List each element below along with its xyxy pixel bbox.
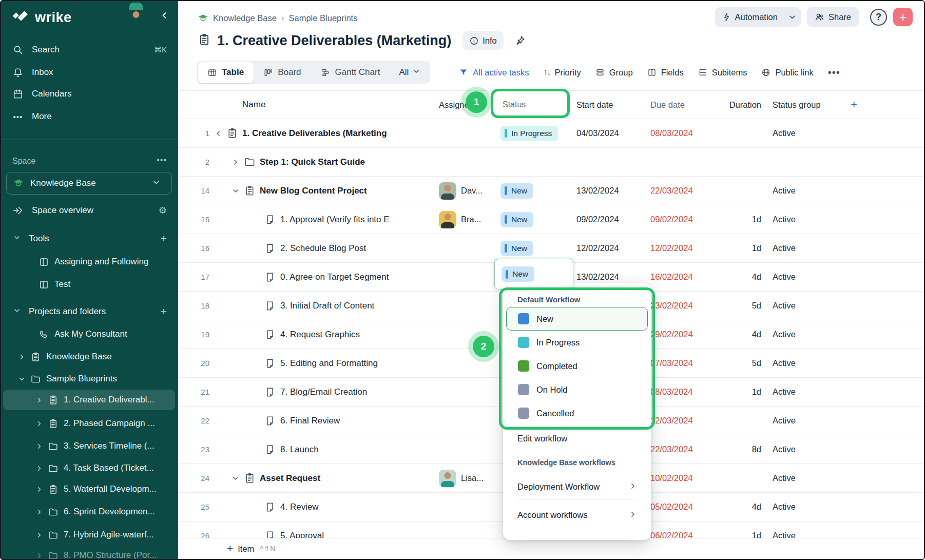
due-date[interactable]: 23/02/2024 xyxy=(650,301,721,311)
add-button[interactable]: + xyxy=(893,8,913,26)
status-option-cancelled[interactable]: Cancelled xyxy=(506,401,648,425)
sidebar-item-assigning-and-following[interactable]: Assigning and Following xyxy=(3,252,175,272)
chevron-right-icon[interactable] xyxy=(35,465,43,472)
view-scope-dropdown[interactable]: All xyxy=(390,67,429,78)
sidebar-item-sprint-development[interactable]: 6. Sprint Developmen... xyxy=(3,501,175,522)
task-name[interactable]: 7. Blog/Email Creation xyxy=(280,387,367,397)
status-cell[interactable]: New xyxy=(500,183,576,199)
chevron-right-icon[interactable] xyxy=(35,443,43,450)
public-link-button[interactable]: Public link xyxy=(761,68,813,78)
sidebar-item-task-based[interactable]: 4. Task Based (Ticket... xyxy=(3,458,175,478)
column-header-status-group[interactable]: Status group xyxy=(761,100,925,110)
sidebar-item-search[interactable]: Search ⌘K xyxy=(0,41,178,59)
task-name[interactable]: 1. Approval (Verify fits into E xyxy=(280,215,390,225)
breadcrumb-knowledge-base[interactable]: Knowledge Base xyxy=(213,13,277,23)
fields-button[interactable]: Fields xyxy=(647,68,684,78)
chevron-down-icon[interactable] xyxy=(230,187,241,195)
add-tool-icon[interactable]: + xyxy=(161,233,167,245)
column-header-status[interactable]: Status xyxy=(500,100,576,109)
tab-gantt-chart[interactable]: Gantt Chart xyxy=(311,62,390,83)
chevron-down-icon[interactable] xyxy=(784,13,801,21)
column-header-name[interactable]: Name xyxy=(209,100,436,110)
status-option-in-progress[interactable]: In Progress xyxy=(506,331,648,354)
status-cell[interactable]: New xyxy=(500,241,576,256)
status-cell[interactable]: New xyxy=(500,212,576,227)
wrike-logo-icon[interactable] xyxy=(11,10,31,25)
start-date[interactable]: 13/02/2024 xyxy=(576,272,650,282)
due-date[interactable]: 09/02/2024 xyxy=(650,215,721,224)
sort-priority-button[interactable]: ↑↓ Priority xyxy=(543,67,581,78)
column-header-start-date[interactable]: Start date xyxy=(576,100,650,110)
task-name[interactable]: 6. Final Review xyxy=(280,416,340,426)
due-date[interactable]: 16/02/2024 xyxy=(650,272,721,282)
table-row[interactable]: 1 1. Creative Deliverables (Marketing In… xyxy=(178,119,925,148)
help-button[interactable]: ? xyxy=(870,9,887,26)
due-date[interactable]: 22/03/2024 xyxy=(650,186,721,196)
column-header-due-date[interactable]: Due date xyxy=(650,100,721,110)
breadcrumb-sample-blueprints[interactable]: Sample Blueprints xyxy=(289,13,358,23)
chevron-right-icon[interactable] xyxy=(35,420,43,427)
sidebar-item-waterfall-development[interactable]: 5. Waterfall Developm... xyxy=(3,479,175,499)
assignee-cell[interactable]: Dav... xyxy=(436,182,500,200)
task-name[interactable]: Asset Request xyxy=(260,473,320,484)
sidebar-item-ask-my-consultant[interactable]: Ask My Consultant xyxy=(3,324,175,344)
due-date[interactable]: 10/02/2024 xyxy=(650,473,721,483)
table-row[interactable]: 14 New Blog Content Project Dav... New 1… xyxy=(178,177,925,205)
table-row[interactable]: 2 Step 1: Quick Start Guide xyxy=(178,148,925,177)
share-button[interactable]: Share xyxy=(807,7,859,27)
due-date[interactable]: 08/03/2024 xyxy=(650,128,721,138)
space-selector[interactable]: Knowledge Base xyxy=(6,172,172,195)
gear-icon[interactable]: ⚙ xyxy=(159,205,167,216)
due-date[interactable]: 22/03/2024 xyxy=(650,445,721,454)
add-project-icon[interactable]: + xyxy=(161,305,167,318)
pin-icon[interactable] xyxy=(511,31,529,50)
sidebar-item-sample-blueprints[interactable]: Sample Blueprints xyxy=(3,369,175,389)
chevron-right-icon[interactable] xyxy=(35,397,43,403)
status-option-on-hold[interactable]: On Hold xyxy=(506,378,648,401)
chevron-right-icon[interactable] xyxy=(35,509,43,515)
task-name[interactable]: 5. Editing and Formatting xyxy=(280,358,378,369)
table-row[interactable]: 15 1. Approval (Verify fits into E Bra..… xyxy=(178,205,925,234)
column-header-duration[interactable]: Duration xyxy=(721,100,761,110)
add-item-button[interactable]: + Item ^⇧N xyxy=(227,543,276,555)
group-button[interactable]: Group xyxy=(595,68,633,78)
add-column-icon[interactable]: + xyxy=(851,98,857,111)
status-cell[interactable]: In Progress xyxy=(500,126,576,141)
chevron-down-icon[interactable] xyxy=(230,475,241,482)
chevron-right-icon[interactable] xyxy=(35,532,43,538)
tab-board[interactable]: Board xyxy=(254,62,311,83)
subitems-button[interactable]: Subitems xyxy=(698,68,747,78)
info-button[interactable]: Info xyxy=(463,31,504,50)
sidebar-item-hybrid-agile-waterfall[interactable]: 7. Hybrid Agile-waterf... xyxy=(3,525,175,545)
task-name[interactable]: 8. Launch xyxy=(280,445,319,455)
task-name[interactable]: 5. Approval xyxy=(280,531,324,538)
sidebar-item-space-overview[interactable]: Space overview ⚙ xyxy=(0,201,178,220)
chevron-right-icon[interactable] xyxy=(35,486,43,493)
task-name[interactable]: 4. Request Graphics xyxy=(280,330,360,340)
sidebar-item-calendars[interactable]: Calendars xyxy=(0,85,178,103)
status-option-new[interactable]: New xyxy=(506,307,648,331)
due-date[interactable]: 12/02/2024 xyxy=(650,243,721,253)
sidebar-item-creative-deliverables[interactable]: 1. Creative Deliverabl... xyxy=(3,390,175,410)
sidebar-item-phased-campaign[interactable]: 2. Phased Campaign ... xyxy=(3,413,175,434)
sidebar-item-knowledge-base[interactable]: Knowledge Base xyxy=(3,346,175,367)
sidebar-item-services-timeline[interactable]: 3. Services Timeline (... xyxy=(3,436,175,456)
sidebar-item-inbox[interactable]: Inbox xyxy=(0,63,178,82)
section-projects-and-folders[interactable]: Projects and folders + xyxy=(0,302,178,321)
due-date[interactable]: 06/02/2024 xyxy=(650,531,721,538)
task-name[interactable]: 3. Initial Draft of Content xyxy=(280,301,374,311)
chevron-down-icon[interactable] xyxy=(17,376,26,382)
assignee-cell[interactable]: Bra... xyxy=(436,211,500,228)
automation-button[interactable]: Automation xyxy=(715,7,801,27)
start-date[interactable]: 12/02/2024 xyxy=(576,243,650,253)
due-date[interactable]: 07/03/2024 xyxy=(650,358,721,368)
start-date[interactable]: 13/02/2024 xyxy=(576,186,650,196)
sidebar-item-test[interactable]: Test xyxy=(3,274,175,295)
status-editor-cell[interactable]: New xyxy=(494,259,573,289)
task-name[interactable]: New Blog Content Project xyxy=(260,186,367,196)
sidebar-item-pmo-structure[interactable]: 8. PMO Structure (Por... xyxy=(3,545,175,560)
chevron-right-icon[interactable] xyxy=(35,552,43,559)
due-date[interactable]: 08/03/2024 xyxy=(650,387,721,397)
section-tools[interactable]: Tools + xyxy=(0,229,178,248)
sidebar-item-more[interactable]: ••• More xyxy=(0,107,178,126)
